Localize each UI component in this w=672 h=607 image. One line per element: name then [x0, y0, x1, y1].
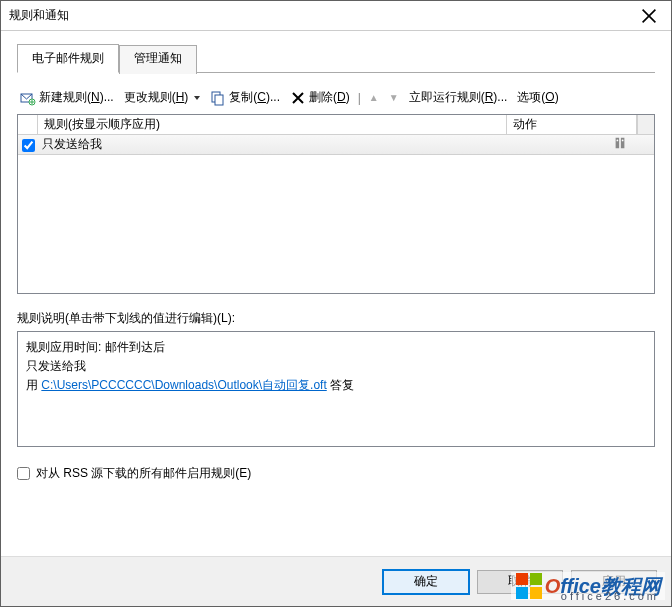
new-rule-button[interactable]: 新建规则(N)... [17, 87, 117, 108]
table-row[interactable]: 只发送给我 [18, 135, 654, 155]
desc-line-3: 用 C:\Users\PCCCCCC\Downloads\Outlook\自动回… [26, 376, 646, 395]
tab-email-rules[interactable]: 电子邮件规则 [17, 44, 119, 73]
tab-manage-alerts[interactable]: 管理通知 [119, 45, 197, 74]
desc-line-2: 只发送给我 [26, 357, 646, 376]
copy-label: 复制(C)... [229, 89, 280, 106]
options-label: 选项(O) [517, 89, 558, 106]
close-button[interactable] [626, 1, 671, 30]
desc-line-1: 规则应用时间: 邮件到达后 [26, 338, 646, 357]
copy-icon [210, 90, 226, 106]
new-rule-label: 新建规则(N)... [39, 89, 114, 106]
svg-rect-4 [616, 138, 620, 149]
svg-rect-3 [215, 95, 223, 105]
run-now-button[interactable]: 立即运行规则(R)... [406, 87, 511, 108]
delete-button[interactable]: 删除(D) [287, 87, 353, 108]
change-rule-label: 更改规则(H) [124, 89, 189, 106]
window-title: 规则和通知 [9, 7, 626, 24]
col-action[interactable]: 动作 [507, 115, 637, 134]
rule-action-icon [613, 136, 627, 150]
separator: | [358, 91, 361, 105]
watermark-url: office26.com [561, 590, 659, 602]
titlebar: 规则和通知 [1, 1, 671, 31]
office-logo-icon [515, 572, 543, 600]
close-icon [641, 8, 657, 24]
delete-label: 删除(D) [309, 89, 350, 106]
row-checkbox[interactable] [22, 139, 35, 152]
move-down-button[interactable]: ▼ [386, 90, 402, 105]
description-label: 规则说明(单击带下划线的值进行编辑)(L): [17, 310, 655, 327]
rss-label: 对从 RSS 源下载的所有邮件启用规则(E) [36, 465, 251, 482]
row-name: 只发送给我 [38, 136, 507, 153]
ok-button[interactable]: 确定 [383, 570, 469, 594]
rules-table: 规则(按显示顺序应用) 动作 只发送给我 [17, 114, 655, 294]
change-rule-button[interactable]: 更改规则(H) [121, 87, 204, 108]
run-now-label: 立即运行规则(R)... [409, 89, 508, 106]
col-check[interactable] [18, 115, 38, 134]
move-up-button[interactable]: ▲ [366, 90, 382, 105]
copy-button[interactable]: 复制(C)... [207, 87, 283, 108]
options-button[interactable]: 选项(O) [514, 87, 561, 108]
toolbar: 新建规则(N)... 更改规则(H) 复制(C)... 删除(D) | ▲ ▼ … [17, 73, 655, 114]
delete-icon [290, 90, 306, 106]
table-header: 规则(按显示顺序应用) 动作 [18, 115, 654, 135]
row-checkbox-cell [18, 137, 38, 151]
description-box[interactable]: 规则应用时间: 邮件到达后 只发送给我 用 C:\Users\PCCCCCC\D… [17, 331, 655, 447]
rss-row: 对从 RSS 源下载的所有邮件启用规则(E) [17, 465, 655, 482]
col-rule[interactable]: 规则(按显示顺序应用) [38, 115, 507, 134]
scrollbar-header-gap [637, 115, 654, 134]
watermark: Office教程网 office26.com [511, 572, 665, 600]
svg-point-7 [622, 140, 624, 142]
row-action-icons [507, 136, 637, 153]
svg-rect-5 [621, 138, 625, 149]
template-path-link[interactable]: C:\Users\PCCCCCC\Downloads\Outlook\自动回复.… [41, 378, 326, 392]
rss-checkbox[interactable] [17, 467, 30, 480]
chevron-down-icon [194, 96, 200, 100]
tab-strip: 电子邮件规则 管理通知 [17, 43, 655, 73]
svg-point-6 [617, 140, 619, 142]
new-rule-icon [20, 90, 36, 106]
